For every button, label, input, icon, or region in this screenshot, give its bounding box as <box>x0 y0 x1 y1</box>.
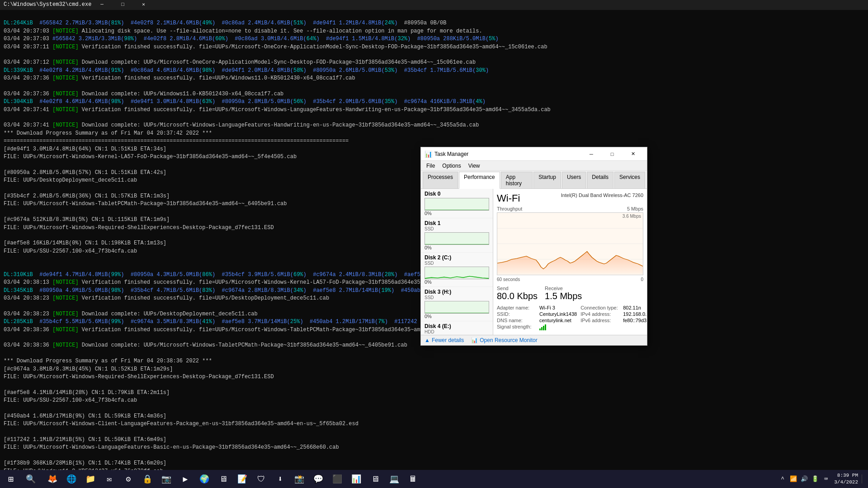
wifi-throughput-graph: 3.6 Mbps <box>497 212 643 275</box>
disk-2-graph <box>425 267 489 279</box>
tray-keyboard[interactable]: ⌨ <box>821 474 830 483</box>
keepass-icon: 🔒 <box>142 474 152 484</box>
task-manager-title: Task Manager <box>434 151 581 157</box>
fewer-details-icon: ▲ <box>425 337 430 343</box>
throughput-max: 5 Mbps <box>627 206 643 211</box>
wifi-signal-bars <box>539 324 546 330</box>
tab-startup[interactable]: Startup <box>533 172 561 188</box>
putty-icon: 🖥 <box>219 474 227 484</box>
tm-maximize-button[interactable]: □ <box>602 147 623 161</box>
taskbar-keepass[interactable]: 🔒 <box>138 470 156 488</box>
send-label: Send <box>497 286 538 291</box>
tm-menu-options[interactable]: Options <box>439 161 464 171</box>
tm-menu-file[interactable]: File <box>423 161 439 171</box>
clock-date: 3/4/2022 <box>834 479 858 486</box>
disk-item-3[interactable]: Disk 3 (H:) SSD 0% <box>421 287 493 321</box>
tm-minimize-button[interactable]: ─ <box>581 147 602 161</box>
adapter-name-value: Wi-Fi 3 <box>539 305 555 310</box>
tm-footer: ▲ Fewer details 📊 Open Resource Monitor <box>421 335 647 345</box>
taskbar-edge[interactable]: 🌐 <box>62 470 80 488</box>
tm-left-panel: Disk 0 0% Disk 1 SSD 0% Disk 2 (C:) SSD <box>421 189 493 335</box>
tab-app-history[interactable]: App history <box>501 172 533 188</box>
detail-signal-strength: Signal strength: <box>497 324 577 331</box>
tray-chevron[interactable]: ^ <box>778 474 787 483</box>
taskbar-apps: 🦊 🌐 📁 ✉ ⚙ 🔒 📷 ▶ 🌍 🖥 📝 <box>43 470 422 488</box>
maximize-button[interactable]: □ <box>112 0 133 10</box>
windows-logo-icon: ⊞ <box>8 474 14 485</box>
tm-menu-view[interactable]: View <box>465 161 484 171</box>
taskbar-putty[interactable]: 🖥 <box>214 470 232 488</box>
graph-icon: 📊 <box>351 474 361 484</box>
disk-0-graph <box>425 198 489 211</box>
browser2-icon: 🌍 <box>199 474 209 484</box>
taskbar-camera[interactable]: 📷 <box>157 470 175 488</box>
taskbar-mail[interactable]: ✉ <box>100 470 118 488</box>
cmd-titlebar: C:\Windows\System32\cmd.exe ─ □ ✕ <box>0 0 868 10</box>
taskbar-browser2[interactable]: 🌍 <box>195 470 213 488</box>
taskbar-explorer[interactable]: 📁 <box>81 470 99 488</box>
disk-4-type: HDD <box>425 329 489 334</box>
system-clock[interactable]: 8:39 PM 3/4/2022 <box>834 472 858 486</box>
wifi-name: Wi-Fi <box>497 192 520 204</box>
explorer-icon: 📁 <box>85 474 95 484</box>
throughput-label: Throughput 5 Mbps <box>497 206 643 211</box>
wifi-bar-4 <box>545 324 546 330</box>
disk-3-graph <box>425 301 489 314</box>
tab-performance[interactable]: Performance <box>459 172 500 189</box>
open-resource-monitor-button[interactable]: 📊 Open Resource Monitor <box>471 337 537 343</box>
tab-processes[interactable]: Processes <box>423 172 458 188</box>
search-button[interactable]: 🔍 <box>22 470 40 488</box>
clock-time: 8:39 PM <box>837 472 858 479</box>
taskbar-vm[interactable]: 💻 <box>385 470 403 488</box>
taskbar-torrent[interactable]: ⬇ <box>271 470 289 488</box>
tab-details[interactable]: Details <box>587 172 613 188</box>
tm-details: Adapter name: Wi-Fi 3 Connection type: 8… <box>497 305 643 331</box>
tab-services[interactable]: Services <box>614 172 645 188</box>
tray-sound[interactable]: 🔊 <box>800 474 809 483</box>
disk-4-name: Disk 4 (E:) <box>425 323 489 329</box>
cmd-title: C:\Windows\System32\cmd.exe <box>4 1 91 9</box>
detail-adapter-name: Adapter name: Wi-Fi 3 <box>497 305 577 310</box>
ssid-value: CenturyLink1438 <box>539 311 577 317</box>
taskbar-settings[interactable]: ⚙ <box>119 470 137 488</box>
receive-stat: Receive 1.5 Mbps <box>545 286 582 301</box>
send-stat: Send 80.0 Kbps <box>497 286 538 301</box>
tray-battery[interactable]: 🔋 <box>811 474 820 483</box>
taskbar-graph[interactable]: 📊 <box>347 470 365 488</box>
tab-users[interactable]: Users <box>562 172 586 188</box>
tray-network[interactable]: 📶 <box>789 474 798 483</box>
wifi-bar-1 <box>539 328 541 330</box>
task-manager-titlebar: 📊 Task Manager ─ □ ✕ <box>421 147 647 161</box>
taskbar-media[interactable]: ▶ <box>176 470 194 488</box>
disk-item-4[interactable]: Disk 4 (E:) HDD 0% <box>421 321 493 335</box>
taskbar-antivirus[interactable]: 🛡 <box>252 470 270 488</box>
disk-1-name: Disk 1 <box>425 220 489 226</box>
tm-close-button[interactable]: ✕ <box>623 147 643 161</box>
taskbar-notepad[interactable]: 📝 <box>233 470 251 488</box>
fewer-details-button[interactable]: ▲ Fewer details <box>425 337 464 343</box>
detail-ssid: SSID: CenturyLink1438 <box>497 311 577 317</box>
connection-type-value: 802.11n <box>623 305 641 310</box>
disk-item-2[interactable]: Disk 2 (C:) SSD 0% <box>421 253 493 287</box>
taskbar-calc[interactable]: 🖩 <box>404 470 422 488</box>
taskbar-firefox[interactable]: 🦊 <box>43 470 61 488</box>
close-button[interactable]: ✕ <box>133 0 154 10</box>
disk-item-0[interactable]: Disk 0 0% <box>421 189 493 218</box>
fewer-details-label: Fewer details <box>432 337 464 343</box>
disk-item-1[interactable]: Disk 1 SSD 0% <box>421 218 493 253</box>
settings-icon: ⚙ <box>126 474 131 484</box>
ipv4-key: IPv4 address: <box>580 311 621 317</box>
chat-icon: 💬 <box>313 474 323 484</box>
taskbar-screenshot[interactable]: 📸 <box>290 470 308 488</box>
receive-label: Receive <box>545 286 582 291</box>
disk-1-pct: 0% <box>425 245 489 250</box>
minimize-button[interactable]: ─ <box>91 0 112 10</box>
taskbar-remote[interactable]: 🖥 <box>366 470 384 488</box>
resource-monitor-icon: 📊 <box>471 337 478 343</box>
start-button[interactable]: ⊞ <box>0 470 22 488</box>
taskbar-terminal[interactable]: ⬛ <box>328 470 346 488</box>
wifi-bar-2 <box>541 327 542 330</box>
vm-icon: 💻 <box>389 474 399 484</box>
taskbar-chat[interactable]: 💬 <box>309 470 327 488</box>
show-desktop-button[interactable] <box>862 474 864 483</box>
